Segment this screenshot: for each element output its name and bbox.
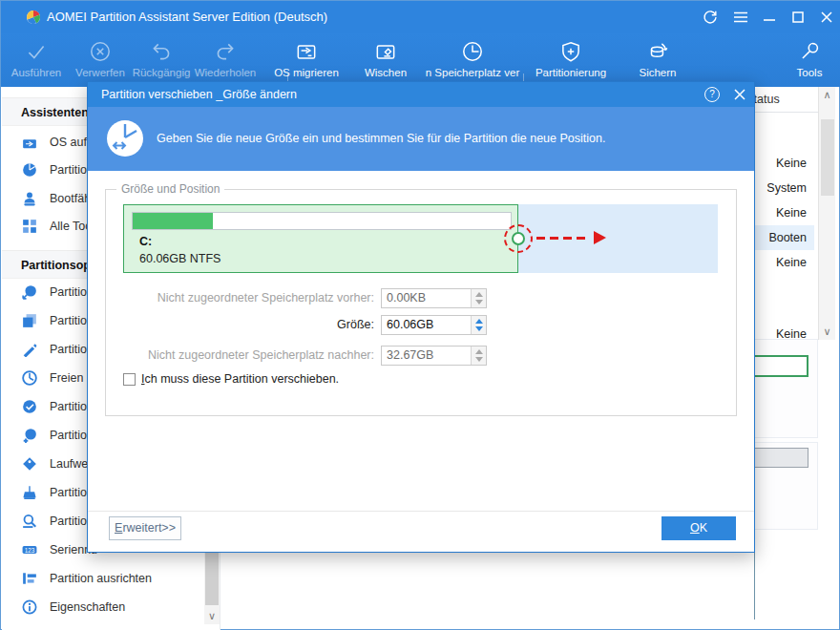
svg-text:123: 123 <box>25 547 35 554</box>
toolbar-migrate-os-button[interactable]: OS migrieren <box>263 37 349 85</box>
split-icon <box>22 342 37 357</box>
partition-block[interactable]: C: 60.06GB NTFS <box>123 204 518 273</box>
toolbar-partitioning-button[interactable]: Partitionierung <box>525 37 617 85</box>
drag-arrow-dash <box>577 237 585 240</box>
window-title: AOMEI Partition Assistant Server Edition… <box>47 1 327 33</box>
partition-info: 60.06GB NTFS <box>139 252 220 265</box>
field-label: Nicht zugeordneter Speicherplatz nachher… <box>88 346 374 366</box>
drag-arrow-dash <box>563 237 572 240</box>
clock-pie-icon <box>22 370 37 386</box>
chevron-up-icon[interactable]: ∧ <box>819 89 835 101</box>
wipe-disk-icon <box>373 39 398 64</box>
info-icon <box>22 599 37 615</box>
pie-arrows-icon <box>22 284 37 300</box>
maximize-icon[interactable] <box>786 5 810 30</box>
help-icon[interactable]: ? <box>704 87 720 102</box>
footer-divider <box>88 511 754 512</box>
resize-move-dialog: Partition verschieben _Größe ändern ? Ge… <box>87 81 755 553</box>
usage-bar-fill <box>133 213 213 229</box>
toolbar: Ausführen Verwerfen Rückgängig Wiederhol… <box>1 33 840 87</box>
unallocated-after-input[interactable]: 32.67GB <box>381 346 487 366</box>
dialog-titlebar: Partition verschieben _Größe ändern ? <box>88 82 754 107</box>
boot-media-icon <box>22 191 37 206</box>
toolbar-discard-button[interactable]: Verwerfen <box>67 37 134 85</box>
wrench-icon <box>797 39 822 64</box>
dialog-banner: Geben Sie die neue Größe ein und bestimm… <box>88 107 754 171</box>
drag-arrow-head <box>594 231 606 244</box>
checkbox-label[interactable]: Ich muss diese Partition verschieben. <box>141 372 339 386</box>
field-label: Nicht zugeordneter Speicherplatz vorher: <box>88 288 374 308</box>
usage-bar <box>132 212 512 230</box>
field-label: Größe: <box>88 315 374 335</box>
migrate-os-icon <box>294 39 319 64</box>
partition-name: C: <box>139 235 152 248</box>
discard-icon <box>88 39 113 64</box>
pie-icon <box>22 162 37 178</box>
drag-arrow-dash <box>550 237 558 240</box>
dialog-close-icon[interactable] <box>731 86 748 103</box>
grid-icon <box>22 219 37 234</box>
clock-icon <box>460 39 485 64</box>
undo-icon <box>149 39 174 64</box>
dialog-title: Partition verschieben _Größe ändern <box>101 82 297 107</box>
brush-icon <box>22 485 37 500</box>
sidebar-scrollbar-thumb[interactable] <box>205 548 219 605</box>
field-row-size: Größe: 60.06GB <box>88 315 508 335</box>
groupbox-title: Größe und Position <box>116 182 224 196</box>
app-logo-icon <box>26 10 41 25</box>
shield-plus-icon <box>558 39 583 64</box>
table-scrollbar-thumb[interactable] <box>821 119 834 196</box>
spinner[interactable] <box>471 346 486 365</box>
sidebar-item-align-partition[interactable]: Partition ausrichten <box>2 564 204 593</box>
toolbar-backup-button[interactable]: Sichern <box>620 37 696 85</box>
resize-partition-icon <box>105 118 145 158</box>
titlebar: AOMEI Partition Assistant Server Edition… <box>1 1 840 33</box>
drag-arrow-dash <box>536 237 545 240</box>
numbers-icon: 123 <box>22 542 37 557</box>
label-icon <box>22 456 37 472</box>
pie-plus-icon <box>22 428 37 443</box>
move-partition-checkbox[interactable] <box>123 373 136 386</box>
spinner[interactable] <box>471 316 486 334</box>
resize-handle[interactable] <box>512 232 525 245</box>
disk-arrow-icon <box>22 135 37 150</box>
chevron-down-icon[interactable]: ∨ <box>204 610 220 622</box>
redo-icon <box>213 39 238 64</box>
toolbar-apply-button[interactable]: Ausführen <box>3 37 70 85</box>
advanced-button[interactable]: Erweitert>> <box>109 516 181 540</box>
menu-icon[interactable] <box>728 5 753 30</box>
toolbar-wipe-button[interactable]: Wischen <box>352 37 419 85</box>
refresh-icon[interactable] <box>698 5 723 30</box>
dialog-description: Geben Sie die neue Größe ein und bestimm… <box>157 107 605 171</box>
field-row-before: Nicht zugeordneter Speicherplatz vorher:… <box>88 288 508 308</box>
size-input[interactable]: 60.06GB <box>381 315 487 335</box>
sidebar-item-properties[interactable]: Eigenschaften <box>2 593 204 621</box>
minimize-icon[interactable] <box>757 5 782 30</box>
close-icon[interactable] <box>814 5 839 30</box>
search-icon <box>22 514 37 529</box>
check-icon <box>24 39 49 64</box>
field-row-after: Nicht zugeordneter Speicherplatz nachher… <box>88 346 508 366</box>
app-window: AOMEI Partition Assistant Server Edition… <box>0 0 840 630</box>
toolbar-redo-button[interactable]: Wiederholen <box>185 37 265 85</box>
spinner[interactable] <box>471 289 486 307</box>
pie-check-icon <box>22 399 37 414</box>
copy-icon <box>22 313 37 328</box>
toolbar-allocate-space-button[interactable]: n Speicherplatz ver <box>420 37 525 85</box>
backup-icon <box>645 39 670 64</box>
disk-layout-bar: C: 60.06GB NTFS <box>123 204 718 273</box>
table-scrollbar[interactable]: ∧ ∨ <box>818 87 835 340</box>
unallocated-before-input[interactable]: 0.00KB <box>381 288 487 308</box>
ok-button[interactable]: OK <box>662 516 736 540</box>
panel-divider <box>754 553 755 620</box>
chevron-down-icon[interactable]: ∨ <box>819 326 835 338</box>
align-icon <box>22 571 37 586</box>
toolbar-tools-button[interactable]: Tools <box>781 37 838 85</box>
